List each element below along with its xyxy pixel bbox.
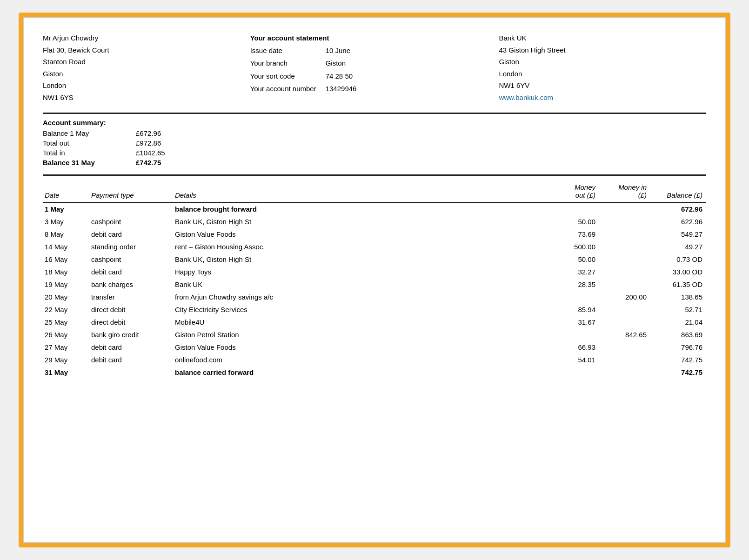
cell-date: 31 May bbox=[43, 366, 89, 379]
cell-details: Happy Toys bbox=[173, 266, 548, 278]
table-row: 25 Maydirect debitMobile4U31.6721.04 bbox=[43, 316, 706, 328]
table-row: 16 MaycashpointBank UK, Giston High St50… bbox=[43, 253, 706, 266]
cell-balance: 0.73 OD bbox=[650, 253, 706, 266]
table-row: 8 Maydebit cardGiston Value Foods73.6954… bbox=[43, 228, 706, 240]
cell-payment-type: debit card bbox=[89, 266, 173, 278]
cell-balance: 138.65 bbox=[650, 291, 706, 303]
cell-date: 22 May bbox=[43, 303, 89, 316]
summary-value-1: £672.96 bbox=[136, 128, 184, 138]
cell-money-out: 85.94 bbox=[548, 303, 599, 316]
summary-label-4: Balance 31 May bbox=[43, 158, 136, 167]
cell-date: 19 May bbox=[43, 278, 89, 291]
sort-value: 74 28 50 bbox=[326, 70, 366, 83]
cell-money-in bbox=[599, 278, 650, 291]
cell-details: Bank UK, Giston High St bbox=[173, 253, 548, 266]
cell-date: 20 May bbox=[43, 291, 89, 303]
account-summary: Account summary: Balance 1 May £672.96 T… bbox=[43, 119, 706, 167]
branch-value: Giston bbox=[326, 57, 366, 70]
cell-money-in bbox=[599, 303, 650, 316]
cell-money-in bbox=[599, 228, 650, 240]
summary-title: Account summary: bbox=[43, 119, 706, 127]
table-row: 3 MaycashpointBank UK, Giston High St50.… bbox=[43, 215, 706, 228]
customer-address2: Stanton Road bbox=[43, 56, 250, 68]
col-header-balance: Balance (£) bbox=[650, 180, 706, 202]
cell-money-in bbox=[599, 353, 650, 366]
cell-money-out bbox=[548, 328, 599, 341]
col-header-payment: Payment type bbox=[89, 180, 173, 202]
statement-info-table: Issue date 10 June Your branch Giston Yo… bbox=[250, 44, 366, 95]
cell-details: rent – Giston Housing Assoc. bbox=[173, 240, 548, 253]
cell-money-in bbox=[599, 202, 650, 215]
cell-balance: 49.27 bbox=[650, 240, 706, 253]
cell-date: 16 May bbox=[43, 253, 89, 266]
cell-balance: 52.71 bbox=[650, 303, 706, 316]
customer-address: Mr Arjun Chowdry Flat 30, Bewick Court S… bbox=[43, 32, 250, 103]
bank-details: Bank UK 43 Giston High Street Giston Lon… bbox=[499, 32, 706, 103]
customer-address3: Giston bbox=[43, 68, 250, 80]
bank-address1: 43 Giston High Street bbox=[499, 44, 706, 56]
cell-money-out: 31.67 bbox=[548, 316, 599, 328]
statement-details: Your account statement Issue date 10 Jun… bbox=[250, 32, 499, 103]
branch-label: Your branch bbox=[250, 57, 326, 70]
cell-money-in bbox=[599, 215, 650, 228]
cell-details: balance brought forward bbox=[173, 202, 548, 215]
cell-money-out: 500.00 bbox=[548, 240, 599, 253]
cell-payment-type: direct debit bbox=[89, 303, 173, 316]
customer-name: Mr Arjun Chowdry bbox=[43, 32, 250, 44]
cell-date: 29 May bbox=[43, 353, 89, 366]
cell-balance: 21.04 bbox=[650, 316, 706, 328]
transactions-table: Date Payment type Details Moneyout (£) M… bbox=[43, 180, 706, 379]
summary-divider bbox=[43, 174, 706, 176]
cell-details: from Arjun Chowdry savings a/c bbox=[173, 291, 548, 303]
cell-details: onlinefood.com bbox=[173, 353, 548, 366]
table-row: 20 Maytransferfrom Arjun Chowdry savings… bbox=[43, 291, 706, 303]
cell-payment-type: bank charges bbox=[89, 278, 173, 291]
summary-row-4: Balance 31 May £742.75 bbox=[43, 158, 184, 167]
sort-label: Your sort code bbox=[250, 70, 326, 83]
cell-balance: 672.96 bbox=[650, 202, 706, 215]
cell-payment-type: standing order bbox=[89, 240, 173, 253]
cell-date: 1 May bbox=[43, 202, 89, 215]
cell-details: balance carried forward bbox=[173, 366, 548, 379]
bank-address3: London bbox=[499, 68, 706, 80]
cell-money-out: 66.93 bbox=[548, 341, 599, 353]
cell-payment-type: transfer bbox=[89, 291, 173, 303]
cell-money-out bbox=[548, 202, 599, 215]
cell-date: 18 May bbox=[43, 266, 89, 278]
bank-address4: NW1 6YV bbox=[499, 80, 706, 92]
cell-date: 25 May bbox=[43, 316, 89, 328]
cell-details: City Electricity Services bbox=[173, 303, 548, 316]
cell-money-out: 73.69 bbox=[548, 228, 599, 240]
cell-details: Giston Value Foods bbox=[173, 228, 548, 240]
cell-details: Bank UK bbox=[173, 278, 548, 291]
account-value: 13429946 bbox=[326, 82, 366, 95]
bank-website-link[interactable]: www.bankuk.com bbox=[499, 93, 553, 101]
cell-balance: 33.00 OD bbox=[650, 266, 706, 278]
col-header-money-out: Moneyout (£) bbox=[548, 180, 599, 202]
bank-address2: Giston bbox=[499, 56, 706, 68]
cell-money-in bbox=[599, 240, 650, 253]
cell-payment-type: cashpoint bbox=[89, 253, 173, 266]
cell-payment-type bbox=[89, 202, 173, 215]
table-row: 29 Maydebit cardonlinefood.com54.01742.7… bbox=[43, 353, 706, 366]
summary-row-2: Total out £972.86 bbox=[43, 138, 184, 148]
table-row: 1 Maybalance brought forward672.96 bbox=[43, 202, 706, 215]
cell-money-out: 28.35 bbox=[548, 278, 599, 291]
customer-address1: Flat 30, Bewick Court bbox=[43, 44, 250, 56]
cell-payment-type: cashpoint bbox=[89, 215, 173, 228]
cell-money-out bbox=[548, 366, 599, 379]
cell-money-in bbox=[599, 341, 650, 353]
cell-balance: 622.96 bbox=[650, 215, 706, 228]
summary-label-3: Total in bbox=[43, 148, 136, 158]
header-section: Mr Arjun Chowdry Flat 30, Bewick Court S… bbox=[43, 32, 706, 103]
account-label: Your account number bbox=[250, 82, 326, 95]
cell-payment-type: direct debit bbox=[89, 316, 173, 328]
table-row: 31 Maybalance carried forward742.75 bbox=[43, 366, 706, 379]
cell-money-out bbox=[548, 291, 599, 303]
cell-payment-type: bank giro credit bbox=[89, 328, 173, 341]
cell-balance: 549.27 bbox=[650, 228, 706, 240]
summary-value-4: £742.75 bbox=[136, 158, 184, 167]
customer-address5: NW1 6YS bbox=[43, 92, 250, 104]
summary-row-1: Balance 1 May £672.96 bbox=[43, 128, 184, 138]
cell-balance: 61.35 OD bbox=[650, 278, 706, 291]
